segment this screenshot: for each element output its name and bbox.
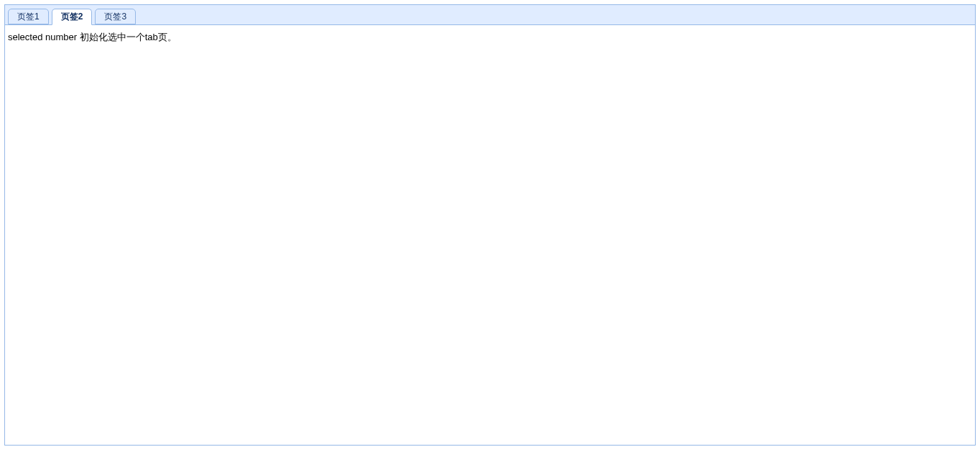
tab-1[interactable]: 页签1 — [8, 9, 49, 24]
tab-3[interactable]: 页签3 — [95, 9, 136, 24]
tab-header: 页签1 页签2 页签3 — [5, 5, 975, 25]
tab-3-label: 页签3 — [104, 11, 126, 23]
tab-2-label: 页签2 — [61, 11, 83, 23]
tab-container: 页签1 页签2 页签3 selected number 初始化选中一个tab页。 — [4, 4, 976, 446]
tab-1-label: 页签1 — [17, 11, 40, 23]
tab-2[interactable]: 页签2 — [52, 9, 93, 25]
content-text: selected number 初始化选中一个tab页。 — [8, 32, 177, 42]
tab-content-panel: selected number 初始化选中一个tab页。 — [5, 25, 975, 445]
